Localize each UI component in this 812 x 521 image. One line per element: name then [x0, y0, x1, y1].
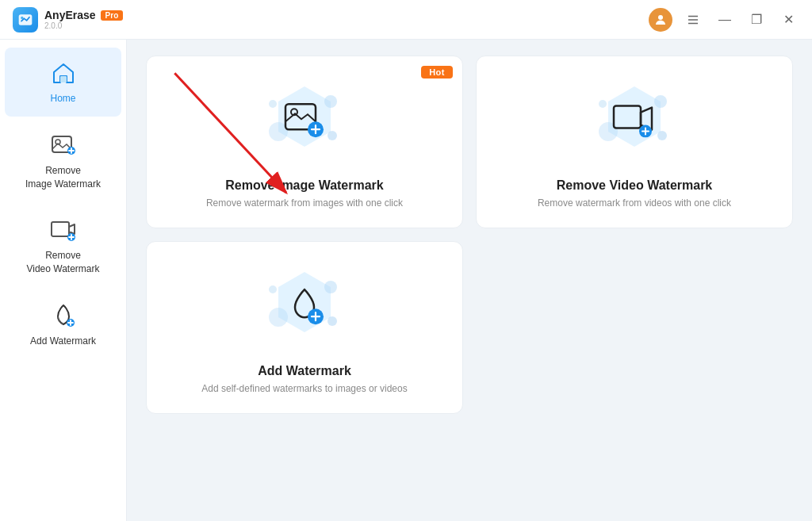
svg-point-31 [324, 281, 337, 293]
remove-video-card[interactable]: Remove Video Watermark Remove watermark … [476, 56, 793, 228]
svg-point-27 [599, 100, 607, 108]
sidebar-item-remove-video-label: RemoveVideo Watermark [26, 249, 99, 276]
remove-video-card-title: Remove Video Watermark [557, 178, 713, 193]
sidebar-item-home-label: Home [50, 92, 75, 105]
remove-image-icon [49, 131, 78, 159]
sidebar-item-remove-video[interactable]: RemoveVideo Watermark [5, 205, 121, 287]
main-layout: Home RemoveImage Watermark [0, 40, 812, 521]
title-bar: AnyErase Pro 2.0.0 — ❐ ✕ [0, 0, 812, 40]
remove-image-card-title: Remove Image Watermark [225, 178, 384, 193]
account-icon[interactable] [649, 8, 672, 32]
add-watermark-card-subtitle: Add self-defined watermarks to images or… [201, 383, 407, 394]
sidebar-item-remove-image[interactable]: RemoveImage Watermark [5, 120, 121, 202]
pro-badge: Pro [101, 10, 124, 21]
maximize-button[interactable]: ❐ [745, 9, 768, 31]
app-title-group: AnyErase Pro 2.0.0 [44, 9, 123, 30]
sidebar-item-remove-image-label: RemoveImage Watermark [25, 164, 101, 191]
sidebar-item-home[interactable]: Home [5, 48, 121, 117]
bottom-cards-grid: Add Watermark Add self-defined watermark… [146, 241, 793, 414]
svg-point-1 [21, 16, 23, 18]
svg-point-34 [269, 285, 277, 293]
add-watermark-card-icon-area [261, 266, 348, 353]
svg-rect-6 [60, 76, 67, 82]
add-watermark-icon [49, 301, 78, 330]
close-button[interactable]: ✕ [777, 9, 799, 31]
sidebar: Home RemoveImage Watermark [0, 40, 127, 521]
app-logo [13, 7, 38, 33]
menu-button[interactable] [682, 9, 704, 31]
svg-rect-28 [614, 106, 641, 128]
remove-video-icon [49, 216, 78, 244]
svg-point-26 [657, 131, 667, 140]
content-area: Hot [127, 40, 812, 521]
hot-badge: Hot [421, 66, 453, 79]
svg-point-2 [658, 15, 663, 20]
title-bar-controls: — ❐ ✕ [649, 8, 799, 32]
sidebar-item-add-watermark-label: Add Watermark [30, 335, 96, 348]
remove-image-card-icon-area [261, 80, 348, 167]
remove-video-card-icon-area [591, 80, 678, 167]
add-watermark-card[interactable]: Add Watermark Add self-defined watermark… [146, 241, 463, 414]
sidebar-item-add-watermark[interactable]: Add Watermark [5, 290, 121, 359]
svg-point-19 [269, 100, 277, 108]
add-watermark-card-title: Add Watermark [258, 364, 351, 378]
remove-image-card[interactable]: Hot [146, 56, 463, 228]
minimize-button[interactable]: — [714, 9, 736, 31]
svg-rect-10 [52, 222, 69, 236]
app-version: 2.0.0 [44, 21, 123, 30]
svg-point-33 [327, 316, 337, 326]
remove-image-card-subtitle: Remove watermark from images with one cl… [206, 197, 403, 209]
top-cards-grid: Hot [146, 56, 793, 228]
svg-point-16 [324, 95, 337, 108]
app-name: AnyErase [44, 9, 96, 21]
remove-video-card-subtitle: Remove watermark from videos with one cl… [538, 197, 731, 209]
svg-point-18 [327, 131, 337, 140]
home-icon [49, 59, 78, 87]
